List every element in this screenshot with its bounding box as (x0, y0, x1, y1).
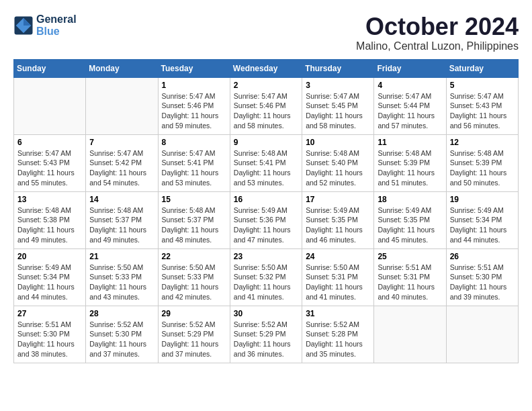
calendar-cell: 31Sunrise: 5:52 AMSunset: 5:28 PMDayligh… (302, 306, 374, 363)
calendar-cell: 22Sunrise: 5:50 AMSunset: 5:33 PMDayligh… (158, 248, 230, 306)
calendar-cell: 2Sunrise: 5:47 AMSunset: 5:46 PMDaylight… (230, 77, 302, 134)
day-number: 15 (162, 195, 226, 204)
calendar-cell: 13Sunrise: 5:48 AMSunset: 5:38 PMDayligh… (14, 191, 86, 248)
calendar-cell: 17Sunrise: 5:49 AMSunset: 5:35 PMDayligh… (302, 191, 374, 248)
cell-info: Sunrise: 5:49 AMSunset: 5:35 PMDaylight:… (306, 205, 370, 245)
cell-info: Sunrise: 5:47 AMSunset: 5:43 PMDaylight:… (450, 91, 515, 131)
day-number: 28 (89, 309, 154, 318)
calendar-cell: 25Sunrise: 5:51 AMSunset: 5:31 PMDayligh… (374, 248, 446, 306)
day-number: 11 (378, 138, 442, 147)
calendar-cell (86, 77, 158, 134)
calendar-cell: 26Sunrise: 5:51 AMSunset: 5:30 PMDayligh… (446, 248, 518, 306)
calendar-cell (374, 306, 446, 363)
day-number: 7 (89, 138, 154, 147)
day-number: 30 (234, 309, 298, 318)
cell-info: Sunrise: 5:49 AMSunset: 5:36 PMDaylight:… (234, 205, 298, 245)
calendar-cell: 11Sunrise: 5:48 AMSunset: 5:39 PMDayligh… (374, 134, 446, 191)
day-number: 18 (378, 195, 442, 204)
cell-info: Sunrise: 5:52 AMSunset: 5:30 PMDaylight:… (89, 320, 154, 359)
cell-info: Sunrise: 5:50 AMSunset: 5:33 PMDaylight:… (162, 263, 226, 302)
calendar-cell: 1Sunrise: 5:47 AMSunset: 5:46 PMDaylight… (158, 77, 230, 134)
day-number: 9 (234, 138, 298, 147)
cell-info: Sunrise: 5:49 AMSunset: 5:34 PMDaylight:… (450, 205, 515, 245)
cell-info: Sunrise: 5:47 AMSunset: 5:46 PMDaylight:… (162, 91, 226, 131)
cell-info: Sunrise: 5:52 AMSunset: 5:29 PMDaylight:… (162, 320, 226, 359)
calendar-cell: 16Sunrise: 5:49 AMSunset: 5:36 PMDayligh… (230, 191, 302, 248)
weekday-header: Sunday (14, 59, 86, 77)
cell-info: Sunrise: 5:52 AMSunset: 5:29 PMDaylight:… (234, 320, 298, 359)
cell-info: Sunrise: 5:52 AMSunset: 5:28 PMDaylight:… (306, 320, 370, 359)
calendar-cell (446, 306, 518, 363)
calendar-cell: 21Sunrise: 5:50 AMSunset: 5:33 PMDayligh… (86, 248, 158, 306)
month-year: October 2024 (356, 13, 519, 40)
cell-info: Sunrise: 5:51 AMSunset: 5:30 PMDaylight:… (450, 263, 515, 302)
cell-info: Sunrise: 5:48 AMSunset: 5:40 PMDaylight:… (306, 148, 370, 188)
day-number: 31 (306, 309, 370, 318)
calendar-cell: 28Sunrise: 5:52 AMSunset: 5:30 PMDayligh… (86, 306, 158, 363)
cell-info: Sunrise: 5:47 AMSunset: 5:46 PMDaylight:… (234, 91, 298, 131)
day-number: 1 (162, 81, 226, 90)
day-number: 21 (89, 252, 154, 261)
calendar-cell: 12Sunrise: 5:48 AMSunset: 5:39 PMDayligh… (446, 134, 518, 191)
cell-info: Sunrise: 5:50 AMSunset: 5:33 PMDaylight:… (89, 263, 154, 302)
day-number: 6 (17, 138, 82, 147)
day-number: 23 (234, 252, 298, 261)
day-number: 22 (162, 252, 226, 261)
weekday-header: Friday (374, 59, 446, 77)
calendar-week-row: 27Sunrise: 5:51 AMSunset: 5:30 PMDayligh… (14, 306, 519, 363)
calendar-cell: 27Sunrise: 5:51 AMSunset: 5:30 PMDayligh… (14, 306, 86, 363)
cell-info: Sunrise: 5:51 AMSunset: 5:31 PMDaylight:… (378, 263, 442, 302)
title-block: October 2024 Malino, Central Luzon, Phil… (356, 13, 519, 52)
day-number: 16 (234, 195, 298, 204)
day-number: 19 (450, 195, 515, 204)
cell-info: Sunrise: 5:49 AMSunset: 5:35 PMDaylight:… (378, 205, 442, 245)
calendar-cell: 23Sunrise: 5:50 AMSunset: 5:32 PMDayligh… (230, 248, 302, 306)
calendar-cell: 14Sunrise: 5:48 AMSunset: 5:37 PMDayligh… (86, 191, 158, 248)
day-number: 12 (450, 138, 515, 147)
calendar-week-row: 13Sunrise: 5:48 AMSunset: 5:38 PMDayligh… (14, 191, 519, 248)
weekday-header-row: SundayMondayTuesdayWednesdayThursdayFrid… (14, 59, 519, 77)
day-number: 2 (234, 81, 298, 90)
weekday-header: Monday (86, 59, 158, 77)
calendar-cell: 19Sunrise: 5:49 AMSunset: 5:34 PMDayligh… (446, 191, 518, 248)
calendar-cell: 24Sunrise: 5:50 AMSunset: 5:31 PMDayligh… (302, 248, 374, 306)
logo: General Blue (13, 13, 77, 38)
calendar-cell: 8Sunrise: 5:47 AMSunset: 5:41 PMDaylight… (158, 134, 230, 191)
calendar-cell: 29Sunrise: 5:52 AMSunset: 5:29 PMDayligh… (158, 306, 230, 363)
day-number: 24 (306, 252, 370, 261)
cell-info: Sunrise: 5:47 AMSunset: 5:45 PMDaylight:… (306, 91, 370, 131)
cell-info: Sunrise: 5:50 AMSunset: 5:32 PMDaylight:… (234, 263, 298, 302)
calendar-cell: 18Sunrise: 5:49 AMSunset: 5:35 PMDayligh… (374, 191, 446, 248)
day-number: 25 (378, 252, 442, 261)
weekday-header: Thursday (302, 59, 374, 77)
calendar-cell: 6Sunrise: 5:47 AMSunset: 5:43 PMDaylight… (14, 134, 86, 191)
calendar-cell: 7Sunrise: 5:47 AMSunset: 5:42 PMDaylight… (86, 134, 158, 191)
day-number: 17 (306, 195, 370, 204)
calendar-cell: 4Sunrise: 5:47 AMSunset: 5:44 PMDaylight… (374, 77, 446, 134)
calendar-cell: 15Sunrise: 5:48 AMSunset: 5:37 PMDayligh… (158, 191, 230, 248)
cell-info: Sunrise: 5:47 AMSunset: 5:42 PMDaylight:… (89, 148, 154, 188)
day-number: 20 (17, 252, 82, 261)
day-number: 3 (306, 81, 370, 90)
calendar-cell (14, 77, 86, 134)
day-number: 5 (450, 81, 515, 90)
cell-info: Sunrise: 5:48 AMSunset: 5:38 PMDaylight:… (17, 205, 82, 245)
cell-info: Sunrise: 5:49 AMSunset: 5:34 PMDaylight:… (17, 263, 82, 302)
cell-info: Sunrise: 5:48 AMSunset: 5:39 PMDaylight:… (378, 148, 442, 188)
calendar-cell: 30Sunrise: 5:52 AMSunset: 5:29 PMDayligh… (230, 306, 302, 363)
cell-info: Sunrise: 5:51 AMSunset: 5:30 PMDaylight:… (17, 320, 82, 359)
logo-icon (13, 15, 34, 36)
cell-info: Sunrise: 5:47 AMSunset: 5:44 PMDaylight:… (378, 91, 442, 131)
day-number: 4 (378, 81, 442, 90)
cell-info: Sunrise: 5:50 AMSunset: 5:31 PMDaylight:… (306, 263, 370, 302)
location: Malino, Central Luzon, Philippines (356, 40, 519, 52)
page-header: General Blue October 2024 Malino, Centra… (13, 13, 519, 52)
cell-info: Sunrise: 5:47 AMSunset: 5:43 PMDaylight:… (17, 148, 82, 188)
cell-info: Sunrise: 5:48 AMSunset: 5:39 PMDaylight:… (450, 148, 515, 188)
calendar-week-row: 6Sunrise: 5:47 AMSunset: 5:43 PMDaylight… (14, 134, 519, 191)
weekday-header: Tuesday (158, 59, 230, 77)
weekday-header: Wednesday (230, 59, 302, 77)
calendar-cell: 9Sunrise: 5:48 AMSunset: 5:41 PMDaylight… (230, 134, 302, 191)
day-number: 13 (17, 195, 82, 204)
day-number: 27 (17, 309, 82, 318)
